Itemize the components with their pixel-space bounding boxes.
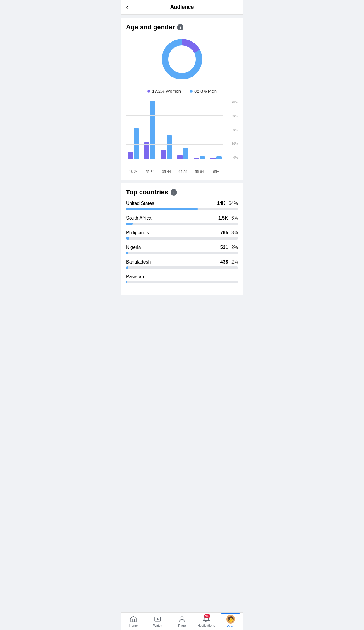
- country-header-2: Philippines765 3%: [126, 230, 238, 235]
- country-stats-4: 438 2%: [220, 259, 238, 265]
- back-button[interactable]: ‹: [126, 3, 128, 11]
- x-label-25-34: 25-34: [142, 170, 157, 174]
- country-header-4: Bangladesh438 2%: [126, 259, 238, 265]
- x-label-65+: 65+: [209, 170, 223, 174]
- country-name-2: Philippines: [126, 230, 149, 235]
- country-item-3: Nigeria531 2%: [126, 245, 238, 254]
- page-title: Audience: [170, 4, 194, 10]
- country-item-2: Philippines765 3%: [126, 230, 238, 240]
- progress-fill-4: [126, 266, 128, 269]
- y-label-40: 40%: [225, 101, 238, 104]
- y-label-10: 10%: [225, 142, 238, 145]
- age-gender-section: Age and gender i 17.2% Women 82.8% Men: [121, 18, 243, 180]
- x-label-45-54: 45-54: [176, 170, 190, 174]
- progress-bg-3: [126, 252, 238, 254]
- progress-fill-2: [126, 237, 129, 240]
- women-label: 17.2% Women: [152, 89, 181, 94]
- progress-bg-0: [126, 208, 238, 210]
- header: ‹ Audience: [121, 0, 243, 15]
- grid-line-0: [126, 159, 223, 159]
- country-stats-3: 531 2%: [220, 245, 238, 250]
- progress-bg-4: [126, 266, 238, 269]
- progress-fill-3: [126, 252, 128, 254]
- top-countries-info-icon[interactable]: i: [171, 189, 177, 196]
- progress-fill-0: [126, 208, 198, 210]
- bar-chart: 40% 30% 20% 10% 0%: [126, 101, 238, 168]
- men-label: 82.8% Men: [194, 89, 217, 94]
- progress-bg-5: [126, 281, 238, 283]
- country-item-1: South Africa1.5K 6%: [126, 215, 238, 225]
- country-item-4: Bangladesh438 2%: [126, 259, 238, 269]
- country-stats-2: 765 3%: [220, 230, 238, 235]
- country-name-4: Bangladesh: [126, 259, 151, 265]
- country-item-5: Pakistan: [126, 274, 238, 283]
- women-dot: [147, 90, 150, 93]
- grid-lines: [126, 101, 223, 159]
- country-header-1: South Africa1.5K 6%: [126, 215, 238, 221]
- top-countries-section: Top countries i United States14K 64%Sout…: [121, 183, 243, 295]
- donut-chart: [126, 36, 238, 83]
- age-gender-title: Age and gender i: [126, 23, 238, 31]
- x-label-35-44: 35-44: [159, 170, 174, 174]
- legend-women: 17.2% Women: [147, 89, 181, 94]
- grid-line-20: [126, 130, 223, 130]
- country-header-5: Pakistan: [126, 274, 238, 279]
- progress-fill-1: [126, 223, 133, 225]
- legend-men: 82.8% Men: [190, 89, 217, 94]
- progress-bg-2: [126, 237, 238, 240]
- grid-line-10: [126, 144, 223, 145]
- grid-line-30: [126, 115, 223, 116]
- country-name-0: United States: [126, 201, 154, 206]
- country-stats-1: 1.5K 6%: [218, 215, 238, 221]
- x-label-18-24: 18-24: [126, 170, 141, 174]
- country-stats-0: 14K 64%: [217, 201, 238, 206]
- progress-fill-5: [126, 281, 127, 283]
- country-header-0: United States14K 64%: [126, 201, 238, 206]
- x-label-55-64: 55-64: [192, 170, 207, 174]
- gender-legend: 17.2% Women 82.8% Men: [126, 89, 238, 94]
- y-labels: 40% 30% 20% 10% 0%: [225, 101, 238, 159]
- y-label-30: 30%: [225, 114, 238, 118]
- progress-bg-1: [126, 223, 238, 225]
- y-label-20: 20%: [225, 128, 238, 132]
- country-name-5: Pakistan: [126, 274, 144, 279]
- country-name-3: Nigeria: [126, 245, 141, 250]
- donut-svg: [159, 36, 205, 83]
- top-countries-title: Top countries i: [126, 189, 238, 196]
- country-item-0: United States14K 64%: [126, 201, 238, 210]
- age-gender-info-icon[interactable]: i: [177, 24, 183, 30]
- countries-list: United States14K 64%South Africa1.5K 6%P…: [126, 201, 238, 283]
- x-labels: 18-2425-3435-4445-5455-6465+: [126, 170, 238, 174]
- men-dot: [190, 90, 193, 93]
- country-header-3: Nigeria531 2%: [126, 245, 238, 250]
- country-name-1: South Africa: [126, 215, 151, 221]
- y-label-0: 0%: [225, 156, 238, 159]
- grid-line-40: [126, 101, 223, 101]
